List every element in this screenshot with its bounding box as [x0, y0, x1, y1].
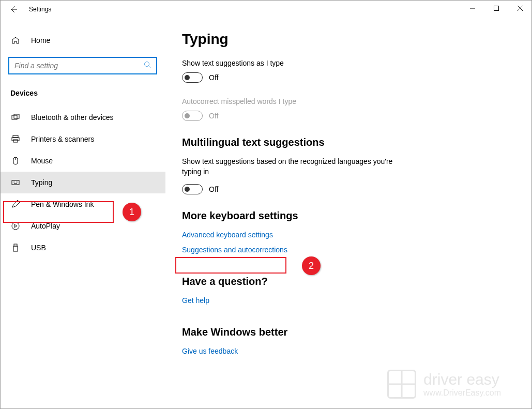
sidebar-item-label: Mouse — [31, 157, 53, 165]
sidebar-item-mouse[interactable]: Mouse — [0, 150, 165, 172]
better-heading: Make Windows better — [182, 326, 511, 338]
home-label: Home — [31, 36, 50, 44]
link-advanced-keyboard[interactable]: Advanced keyboard settings — [182, 231, 273, 239]
multilingual-desc: Show text suggestions based on the recog… — [182, 157, 399, 177]
svg-point-9 — [12, 222, 19, 230]
close-button[interactable] — [508, 0, 532, 17]
content-area: Typing Show text suggestions as I type O… — [165, 19, 532, 409]
sidebar-item-label: USB — [31, 244, 46, 252]
setting-label-suggestions: Show text suggestions as I type — [182, 59, 511, 67]
maximize-button[interactable] — [484, 0, 508, 17]
sidebar-item-autoplay[interactable]: AutoPlay — [0, 215, 165, 237]
svg-rect-11 — [13, 246, 18, 251]
svg-point-1 — [145, 62, 149, 67]
printers-icon — [10, 135, 21, 143]
search-input[interactable] — [14, 62, 144, 70]
toggle-state: Off — [209, 112, 218, 120]
sidebar-item-label: Typing — [31, 178, 52, 187]
more-keyboard-heading: More keyboard settings — [182, 210, 511, 222]
titlebar: Settings — [0, 0, 532, 19]
toggle-multilingual[interactable] — [182, 184, 203, 194]
sidebar-item-usb[interactable]: USB — [0, 237, 165, 259]
sidebar-item-bluetooth[interactable]: Bluetooth & other devices — [0, 107, 165, 128]
pen-icon — [10, 200, 21, 208]
toggle-autocorrect — [182, 111, 203, 121]
setting-label-autocorrect: Autocorrect misspelled words I type — [182, 97, 511, 105]
devices-section-label: Devices — [7, 89, 158, 97]
svg-rect-8 — [12, 180, 19, 185]
svg-rect-3 — [14, 114, 19, 118]
svg-rect-2 — [12, 115, 17, 119]
page-title: Typing — [182, 31, 511, 48]
question-heading: Have a question? — [182, 276, 511, 287]
home-icon — [10, 36, 21, 44]
back-button[interactable] — [8, 4, 19, 14]
home-button[interactable]: Home — [7, 31, 158, 50]
svg-rect-4 — [13, 135, 18, 138]
search-box[interactable] — [8, 57, 157, 74]
usb-icon — [10, 244, 21, 252]
autoplay-icon — [10, 222, 21, 230]
toggle-state: Off — [209, 185, 218, 193]
bluetooth-devices-icon — [10, 113, 21, 122]
svg-rect-0 — [494, 6, 499, 11]
link-suggestions-autocorrections[interactable]: Suggestions and autocorrections — [182, 246, 287, 254]
search-icon — [144, 61, 151, 70]
sidebar-item-label: AutoPlay — [31, 222, 60, 230]
svg-rect-5 — [12, 138, 19, 141]
toggle-text-suggestions[interactable] — [182, 72, 203, 83]
toggle-state: Off — [209, 73, 218, 82]
sidebar-item-typing[interactable]: Typing — [0, 172, 165, 193]
link-feedback[interactable]: Give us feedback — [182, 347, 238, 355]
multilingual-heading: Multilingual text suggestions — [182, 137, 511, 148]
svg-rect-10 — [14, 244, 17, 246]
sidebar-item-label: Bluetooth & other devices — [31, 113, 114, 122]
keyboard-icon — [10, 178, 21, 187]
sidebar-item-label: Pen & Windows Ink — [31, 200, 94, 208]
sidebar-item-label: Printers & scanners — [31, 135, 94, 143]
window-controls — [461, 0, 532, 17]
sidebar-item-printers[interactable]: Printers & scanners — [0, 128, 165, 150]
window-title: Settings — [29, 6, 51, 13]
minimize-button[interactable] — [461, 0, 484, 17]
link-get-help[interactable]: Get help — [182, 296, 209, 305]
mouse-icon — [10, 157, 21, 165]
sidebar-item-pen[interactable]: Pen & Windows Ink — [0, 193, 165, 215]
sidebar: Home Devices Bluetooth & other devices P… — [0, 19, 165, 409]
